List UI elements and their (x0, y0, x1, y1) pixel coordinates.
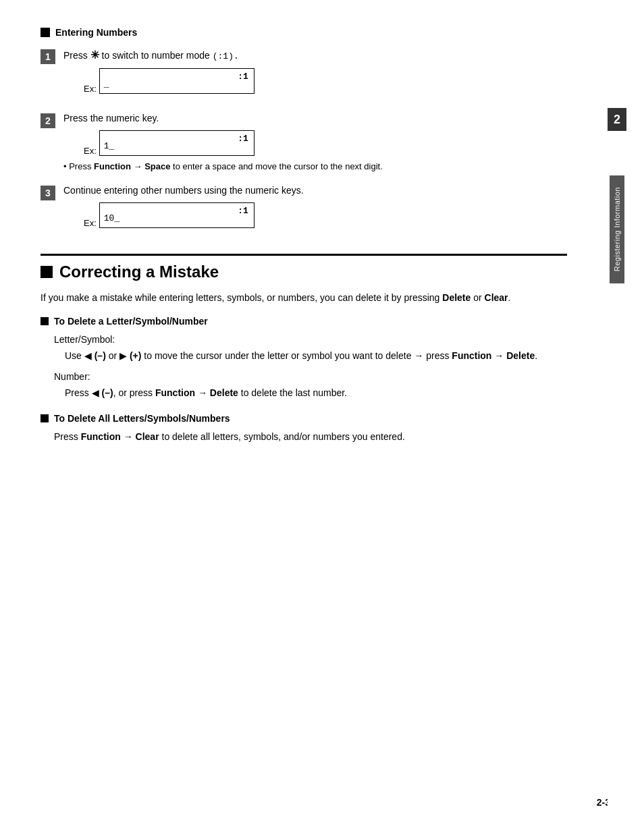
step-3-ex: Ex: :1 10_ (84, 202, 567, 228)
step-1-lcd-wrapper: Ex: :1 _ (84, 68, 567, 94)
sub-title-1: To Delete a Letter/Symbol/Number (54, 316, 208, 327)
step-3-content: Continue entering other numbers using th… (63, 185, 567, 233)
step-3-lcd-indicator: :1 (238, 206, 248, 216)
step-2: 2 Press the numeric key. Ex: :1 1_ Press… (41, 113, 567, 171)
step-3-lcd-cursor: 10_ (104, 213, 119, 223)
number-label: Number: (54, 369, 567, 384)
step-2-ex-label: Ex: (84, 146, 97, 156)
sub-bullet-icon-1 (41, 317, 49, 325)
step-2-number: 2 (41, 113, 55, 128)
step-1-text-after: to switch to number mode (99, 50, 213, 61)
entering-numbers-heading: Entering Numbers (41, 27, 567, 38)
side-tab-inner: Registering Information (610, 175, 624, 283)
letter-symbol-text: Use ◀ (–) or ▶ (+) to move the cursor un… (65, 348, 567, 363)
step-1-ex-label: Ex: (84, 84, 97, 94)
page-wrapper: Entering Numbers 1 Press ✳ to switch to … (0, 0, 644, 828)
correcting-section: Correcting a Mistake If you make a mista… (41, 254, 567, 444)
step-1-content: Press ✳ to switch to number mode (:1). E… (63, 49, 567, 99)
step-1-code: (:1). (213, 51, 239, 61)
step-1-key: ✳ (90, 49, 99, 61)
step-1-lcd-indicator: :1 (238, 72, 248, 82)
step-2-lcd-indicator: :1 (238, 134, 248, 144)
sub-2-text: Press Function → Clear to delete all let… (54, 431, 405, 442)
step-2-text: Press the numeric key. (63, 113, 567, 123)
correcting-heading: Correcting a Mistake (59, 263, 219, 281)
sub-heading-2: To Delete All Letters/Symbols/Numbers (41, 413, 567, 424)
step-3-ex-label: Ex: (84, 218, 97, 228)
step-1-text: Press ✳ to switch to number mode (:1). (63, 49, 567, 61)
step-1-text-before: Press (63, 50, 90, 61)
side-tab-label: Registering Information (613, 187, 621, 271)
step-2-lcd-cursor: 1_ (104, 141, 115, 151)
section-title: Entering Numbers (55, 27, 137, 38)
step-2-ex: Ex: :1 1_ (84, 130, 567, 156)
step-3-lcd: :1 10_ (99, 202, 254, 228)
step-1-ex: Ex: :1 _ (84, 68, 567, 94)
correcting-intro: If you make a mistake while entering let… (41, 291, 567, 305)
correcting-bullet-icon (41, 266, 53, 278)
step-2-lcd: :1 1_ (99, 130, 254, 156)
sub-section-2: To Delete All Letters/Symbols/Numbers Pr… (41, 413, 567, 444)
step-3-number: 3 (41, 186, 55, 200)
step-1: 1 Press ✳ to switch to number mode (:1).… (41, 49, 567, 99)
bullet-icon (41, 28, 50, 37)
step-3-lcd-wrapper: Ex: :1 10_ (84, 202, 567, 228)
sub-title-2: To Delete All Letters/Symbols/Numbers (54, 413, 230, 424)
main-content: Entering Numbers 1 Press ✳ to switch to … (0, 0, 608, 828)
sub-bullet-icon-2 (41, 414, 49, 422)
step-3-text: Continue entering other numbers using th… (63, 185, 567, 196)
correcting-title: Correcting a Mistake (41, 263, 567, 281)
step-1-lcd-cursor: _ (104, 79, 109, 89)
sub-content-2: Press Function → Clear to delete all let… (54, 429, 567, 444)
step-3: 3 Continue entering other numbers using … (41, 185, 567, 233)
sub-content-1: Letter/Symbol: Use ◀ (–) or ▶ (+) to mov… (54, 332, 567, 401)
letter-symbol-label: Letter/Symbol: (54, 332, 567, 347)
sub-section-1: To Delete a Letter/Symbol/Number Letter/… (41, 316, 567, 401)
step-2-content: Press the numeric key. Ex: :1 1_ Press F… (63, 113, 567, 171)
chapter-number: 2 (608, 108, 626, 131)
step-2-bullet: Press Function → Space to enter a space … (63, 161, 567, 171)
step-1-number: 1 (41, 49, 55, 64)
number-text: Press ◀ (–), or press Function → Delete … (65, 385, 567, 400)
side-tab: 2 Registering Information (608, 0, 626, 828)
sub-heading-1: To Delete a Letter/Symbol/Number (41, 316, 567, 327)
step-1-lcd: :1 _ (99, 68, 254, 94)
step-2-lcd-wrapper: Ex: :1 1_ (84, 130, 567, 156)
